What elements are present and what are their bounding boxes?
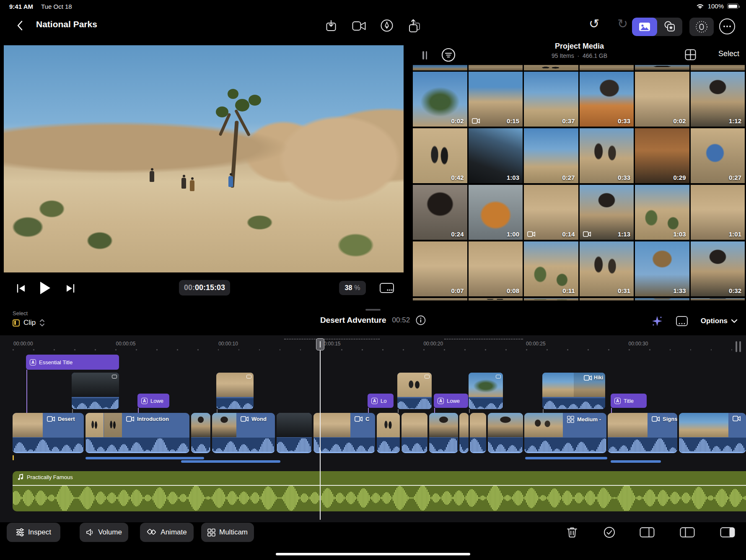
storyline-clip[interactable] xyxy=(679,413,746,453)
connected-clip[interactable] xyxy=(72,373,119,409)
media-thumbnail[interactable]: 0:14 xyxy=(524,185,578,240)
info-icon[interactable] xyxy=(416,315,426,325)
storyline-clip[interactable]: Medium - xyxy=(524,413,606,453)
media-thumbnail-partial[interactable] xyxy=(580,65,634,70)
storyline-clip[interactable] xyxy=(459,413,469,453)
connected-clip[interactable] xyxy=(216,373,254,409)
storyline-scroll-bar[interactable] xyxy=(85,457,204,459)
media-thumbnail[interactable]: 0:42 xyxy=(413,128,467,183)
media-thumbnail-partial[interactable] xyxy=(580,298,634,301)
title-clip[interactable]: ALowe xyxy=(137,394,169,408)
undo-icon[interactable]: ↺ xyxy=(589,18,599,30)
storyline-scroll-bar[interactable] xyxy=(181,460,280,463)
storyline-clip[interactable] xyxy=(470,413,486,453)
storyline-clip[interactable]: C xyxy=(313,413,375,453)
skip-forward-button[interactable] xyxy=(65,283,75,293)
playhead[interactable] xyxy=(320,340,321,520)
viewer-options-icon[interactable] xyxy=(379,282,394,294)
import-icon[interactable] xyxy=(324,18,338,34)
media-thumbnail[interactable]: 0:32 xyxy=(691,241,745,296)
media-thumbnail-partial[interactable] xyxy=(524,65,578,70)
media-thumbnail[interactable]: 0:33 xyxy=(580,72,634,127)
media-thumbnail[interactable]: 0:15 xyxy=(469,72,523,127)
title-clip[interactable]: ATitle xyxy=(611,394,647,408)
enhance-icon[interactable] xyxy=(651,315,663,327)
more-options-button[interactable] xyxy=(719,18,735,34)
storyline-scroll-bar[interactable] xyxy=(611,460,661,463)
media-thumbnail[interactable]: 0:24 xyxy=(413,185,467,240)
media-thumbnail[interactable]: 1:00 xyxy=(469,185,523,240)
storyline-clip[interactable]: Desert xyxy=(13,413,84,453)
media-thumbnail-partial[interactable] xyxy=(469,298,523,301)
connected-clip[interactable] xyxy=(469,373,503,409)
grid-view-icon[interactable] xyxy=(685,49,696,60)
media-thumbnail[interactable]: 0:33 xyxy=(580,128,634,183)
media-thumbnail[interactable]: 0:37 xyxy=(524,72,578,127)
clip-mode-switcher[interactable]: Clip xyxy=(13,319,45,327)
playhead-handle[interactable] xyxy=(316,338,324,350)
connected-clip[interactable] xyxy=(397,373,432,409)
jog-wheel-button[interactable] xyxy=(689,18,714,36)
back-button[interactable] xyxy=(14,20,25,31)
media-thumbnail-partial[interactable] xyxy=(413,298,467,301)
media-thumbnail[interactable]: 0:31 xyxy=(580,241,634,296)
connected-clip[interactable]: Hiki xyxy=(542,373,605,409)
storyline-clip[interactable]: Introduction xyxy=(85,413,189,453)
titles-effects-button[interactable] xyxy=(657,18,682,36)
media-thumbnail-partial[interactable] xyxy=(469,65,523,70)
skip-back-button[interactable] xyxy=(16,283,26,293)
media-select-button[interactable]: Select xyxy=(718,49,739,58)
storyline-clip[interactable]: Signs xyxy=(608,413,677,453)
media-thumbnail[interactable]: 1:12 xyxy=(691,72,745,127)
media-thumbnail[interactable]: 1:13 xyxy=(580,185,634,240)
timeline-drag-handle[interactable] xyxy=(365,309,381,311)
media-thumbnail[interactable]: 0:08 xyxy=(469,241,523,296)
media-thumbnail-partial[interactable] xyxy=(413,65,467,70)
title-clip[interactable]: ALo xyxy=(368,394,394,408)
layout-viewer-icon[interactable] xyxy=(640,526,655,538)
done-check-icon[interactable] xyxy=(604,526,615,538)
options-button[interactable]: Options xyxy=(701,317,738,325)
media-thumbnail-partial[interactable] xyxy=(691,65,745,70)
media-thumbnail[interactable]: 0:02 xyxy=(413,72,467,127)
media-thumbnail[interactable]: 0:11 xyxy=(524,241,578,296)
media-thumbnail-partial[interactable] xyxy=(524,298,578,301)
media-thumbnail-partial[interactable] xyxy=(635,298,689,301)
multicam-button[interactable]: Multicam xyxy=(201,523,254,542)
storyline-clip[interactable] xyxy=(191,413,210,453)
title-clip[interactable]: AEssential Title xyxy=(26,355,119,370)
media-thumbnail[interactable]: 1:33 xyxy=(635,241,689,296)
media-thumbnail[interactable]: 0:27 xyxy=(524,128,578,183)
audio-clip[interactable]: Practically Famous xyxy=(13,471,746,511)
title-clip[interactable]: ALowe xyxy=(434,394,468,408)
animate-button[interactable]: Animate xyxy=(140,523,194,542)
storyline-scroll-bar[interactable] xyxy=(525,457,607,459)
inspect-button[interactable]: Inspect xyxy=(7,523,60,542)
volume-line[interactable] xyxy=(13,485,746,486)
redo-icon[interactable]: ↻ xyxy=(617,18,628,30)
storyline-clip[interactable] xyxy=(429,413,458,453)
timeline-scale-handle[interactable] xyxy=(736,341,741,352)
volume-button[interactable]: Volume xyxy=(80,523,128,542)
media-destination-icon[interactable] xyxy=(676,316,688,327)
media-browser-button[interactable] xyxy=(632,18,657,36)
share-icon[interactable] xyxy=(407,18,422,34)
media-thumbnail[interactable]: 0:29 xyxy=(635,128,689,183)
storyline-clip[interactable] xyxy=(377,413,400,453)
trash-icon[interactable] xyxy=(567,526,578,538)
media-thumbnail[interactable]: 1:03 xyxy=(469,128,523,183)
media-thumbnail[interactable]: 0:27 xyxy=(691,128,745,183)
media-thumbnail[interactable]: 1:01 xyxy=(691,185,745,240)
storyline-clip[interactable]: Wond xyxy=(212,413,275,453)
storyline-clip[interactable] xyxy=(277,413,312,453)
play-button[interactable] xyxy=(39,281,51,295)
media-thumbnail-partial[interactable] xyxy=(691,298,745,301)
media-thumbnail-partial[interactable] xyxy=(635,65,689,70)
draw-pencil-icon[interactable] xyxy=(380,18,394,33)
media-thumbnail[interactable]: 0:02 xyxy=(635,72,689,127)
media-thumbnail[interactable]: 1:03 xyxy=(635,185,689,240)
media-thumbnail[interactable]: 0:07 xyxy=(413,241,467,296)
layout-split-icon[interactable] xyxy=(680,526,695,538)
storyline-clip[interactable] xyxy=(401,413,427,453)
record-camera-icon[interactable] xyxy=(352,19,366,33)
